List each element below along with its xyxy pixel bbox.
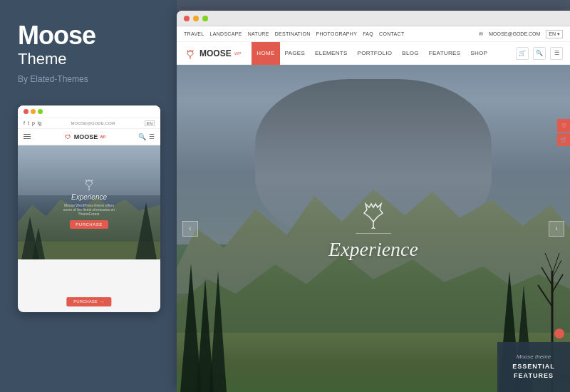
brand-subtitle: Theme (18, 50, 159, 68)
mobile-dot-green (38, 109, 43, 114)
search-icon[interactable]: 🔍 (138, 133, 146, 140)
left-panel: Moose Theme By Elated-Themes f t p ig MO… (0, 0, 177, 392)
svg-marker-11 (209, 271, 227, 392)
nav-landscape[interactable]: LANDSCAPE (210, 31, 242, 36)
top-email: MOOSE@GODE.COM (489, 31, 540, 36)
desktop-logo: MOOSE WP (184, 48, 241, 59)
trees-left (177, 264, 227, 392)
mobile-deer-icon (82, 176, 96, 190)
essential-moose-label: Moose theme (517, 354, 551, 360)
heart-icon: ♡ (561, 123, 566, 129)
mobile-dot-red (24, 109, 28, 114)
mobile-mockup: f t p ig MOOSE@GODE.COM EN MOOSE WP 🔍 ☰ (18, 105, 160, 312)
mobile-social-bar: f t p ig MOOSE@GODE.COM EN (18, 118, 160, 129)
svg-line-5 (89, 189, 90, 190)
nav-photography[interactable]: PHOTOGRAPHY (316, 31, 358, 36)
hamburger-icon[interactable] (24, 134, 31, 139)
desktop-top-nav: TRAVEL LANDSCAPE NATURE DESTINATION PHOT… (184, 31, 405, 36)
nav-features[interactable]: FEATURES (424, 42, 465, 65)
facebook-icon: f (24, 120, 25, 125)
svg-line-14 (552, 274, 563, 292)
hero-title: Experience (328, 238, 418, 261)
hero-arrow-left[interactable]: ‹ (182, 221, 198, 237)
nav-elements[interactable]: ELEMENTS (310, 42, 353, 65)
mobile-hero-content: Experience Moose WordPress theme offers … (53, 176, 125, 229)
nav-home[interactable]: HOME (252, 42, 279, 65)
chrome-dot-green (202, 16, 208, 21)
cart-icon[interactable]: 🛒 (516, 47, 529, 60)
chrome-dot-red (184, 16, 190, 21)
hero-deer-icon (356, 197, 391, 229)
hero-divider (356, 233, 391, 234)
svg-marker-1 (32, 227, 45, 259)
mobile-nav-icons: 🔍 ☰ (138, 133, 155, 140)
email-icon: ✉ (479, 31, 483, 37)
svg-marker-2 (135, 202, 157, 259)
nav-destination[interactable]: DESTINATION (275, 31, 311, 36)
mobile-tree-right (135, 202, 157, 259)
nav-shop[interactable]: SHOP (465, 42, 492, 65)
svg-line-15 (542, 267, 552, 285)
mobile-dot-yellow (31, 109, 36, 114)
mobile-nav-bar: MOOSE WP 🔍 ☰ (18, 129, 160, 145)
menu-icon[interactable]: ☰ (550, 47, 563, 60)
svg-line-22 (370, 227, 373, 229)
red-side-button-mid[interactable]: 🛒 (557, 133, 570, 146)
desktop-top-right: ✉ MOOSE@GODE.COM EN ▾ (479, 30, 563, 38)
pinterest-icon: p (32, 120, 35, 125)
svg-line-4 (88, 189, 89, 190)
nav-faq[interactable]: FAQ (363, 31, 373, 36)
nav-travel[interactable]: TRAVEL (184, 31, 204, 36)
mobile-hero-title: Experience (53, 193, 125, 201)
mobile-tree-left2 (32, 227, 45, 259)
hero-arrow-right[interactable]: › (549, 221, 564, 237)
desktop-mockup: TRAVEL LANDSCAPE NATURE DESTINATION PHOT… (177, 11, 570, 392)
red-side-button-top[interactable]: ♡ (557, 119, 570, 132)
nav-contact[interactable]: CONTACT (379, 31, 404, 36)
cart-side-icon: 🛒 (560, 137, 567, 143)
desktop-top-bar: TRAVEL LANDSCAPE NATURE DESTINATION PHOT… (177, 26, 570, 42)
language-selector[interactable]: EN ▾ (546, 30, 563, 38)
mobile-chrome-bar (18, 105, 160, 118)
mobile-purchase-button[interactable]: PURCHASE (70, 220, 108, 229)
nav-pages[interactable]: PAGES (280, 42, 310, 65)
instagram-icon: ig (38, 120, 41, 125)
hero-content: Experience (328, 197, 418, 261)
menu-icon[interactable]: ☰ (149, 133, 155, 140)
nav-nature[interactable]: NATURE (248, 31, 269, 36)
mobile-bottom-purchase-button[interactable]: PURCHASE → (66, 297, 111, 306)
mobile-logo-text: MOOSE (74, 133, 98, 140)
essential-features-badge: Moose theme ESSENTIAL FEATURES (497, 342, 570, 392)
mobile-logo: MOOSE WP (63, 133, 106, 141)
desktop-hero: Experience ‹ › ♡ 🛒 Moose theme ESSENTIAL… (177, 65, 570, 392)
brand-author: By Elated-Themes (18, 74, 159, 84)
desktop-logo-text: MOOSE (200, 48, 232, 58)
red-dot-indicator (554, 329, 564, 339)
desktop-nav-right: 🛒 🔍 ☰ (516, 47, 563, 60)
brand-name: Moose (18, 21, 159, 50)
mobile-email: MOOSE@GODE.COM (44, 121, 141, 125)
chrome-dot-yellow (193, 16, 199, 21)
svg-line-23 (373, 227, 377, 229)
desktop-chrome-bar (177, 11, 570, 26)
search-icon[interactable]: 🔍 (533, 47, 546, 60)
arrow-icon: → (100, 299, 105, 304)
mobile-lang: EN (145, 120, 155, 126)
desktop-main-nav: MOOSE WP HOME PAGES ELEMENTS PORTFOLIO B… (177, 42, 570, 65)
desktop-logo-icon (184, 48, 197, 59)
svg-line-13 (538, 285, 552, 306)
mobile-hero: Experience Moose WordPress theme offers … (18, 145, 160, 259)
svg-line-16 (552, 260, 561, 278)
twitter-icon: t (28, 120, 29, 125)
moose-logo-icon (63, 133, 72, 141)
svg-line-17 (545, 253, 552, 271)
desktop-nav-items: HOME PAGES ELEMENTS PORTFOLIO BLOG FEATU… (252, 42, 516, 65)
mobile-hero-desc: Moose WordPress theme offers some of the… (53, 203, 125, 216)
nav-portfolio[interactable]: PORTFOLIO (353, 42, 398, 65)
essential-features-title: ESSENTIAL FEATURES (512, 362, 555, 380)
nav-blog[interactable]: BLOG (397, 42, 423, 65)
